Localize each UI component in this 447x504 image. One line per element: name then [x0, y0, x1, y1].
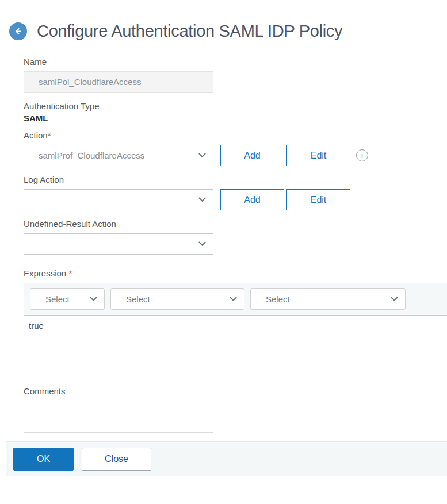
form-panel: Name Authentication Type SAML Action* sa…	[6, 45, 447, 476]
name-input	[24, 71, 213, 93]
action-add-button[interactable]: Add	[220, 145, 284, 166]
log-action-add-button[interactable]: Add	[220, 189, 284, 210]
expression-builder: Select Select Select true	[24, 283, 447, 357]
undefined-result-action-select[interactable]	[24, 233, 213, 255]
page-title: Configure Authentication SAML IDP Policy	[37, 22, 342, 41]
chevron-down-icon	[198, 194, 206, 202]
comments-group: Comments	[24, 386, 447, 435]
log-action-select[interactable]	[24, 189, 213, 210]
close-button[interactable]: Close	[82, 448, 151, 471]
undefined-result-action-group: Undefined-Result Action	[24, 219, 447, 255]
chevron-down-icon	[198, 238, 206, 246]
chevron-down-icon	[198, 150, 206, 157]
expression-select-2-value: Select	[126, 294, 231, 304]
log-action-edit-button[interactable]: Edit	[286, 189, 350, 210]
expression-select-1[interactable]: Select	[30, 288, 105, 310]
auth-type-group: Authentication Type SAML	[24, 101, 447, 123]
page-header: Configure Authentication SAML IDP Policy	[0, 0, 447, 45]
auth-type-label: Authentication Type	[24, 101, 447, 111]
expression-select-2[interactable]: Select	[110, 288, 244, 310]
required-asterisk: *	[68, 268, 72, 278]
auth-type-value: SAML	[24, 113, 447, 123]
comments-label: Comments	[24, 386, 447, 397]
log-action-label: Log Action	[24, 175, 447, 185]
ok-button[interactable]: OK	[13, 448, 74, 471]
action-field-group: Action* samlProf_CloudflareAccess Add Ed…	[24, 130, 447, 166]
expression-select-3-value: Select	[266, 294, 392, 304]
expression-label: Expression *	[24, 268, 447, 279]
arrow-left-icon	[13, 26, 23, 36]
expression-select-3[interactable]: Select	[250, 288, 406, 310]
chevron-down-icon	[90, 294, 97, 301]
undefined-result-action-label: Undefined-Result Action	[24, 219, 447, 229]
chevron-down-icon	[230, 294, 237, 301]
action-select[interactable]: samlProf_CloudflareAccess	[24, 145, 213, 166]
action-select-value: samlProf_CloudflareAccess	[39, 151, 200, 160]
name-label: Name	[24, 57, 447, 67]
expression-select-1-value: Select	[45, 294, 91, 304]
comments-input[interactable]	[24, 401, 213, 433]
expression-input[interactable]: true	[24, 316, 447, 357]
log-action-field-group: Log Action Add Edit	[24, 175, 447, 210]
info-icon[interactable]: i	[356, 149, 368, 161]
action-label: Action*	[24, 130, 447, 141]
action-edit-button[interactable]: Edit	[286, 145, 350, 166]
expression-toolbar: Select Select Select	[24, 283, 447, 316]
expression-label-text: Expression	[24, 268, 66, 278]
expression-group: Expression * Select Select Select	[24, 268, 447, 357]
name-field-group: Name	[24, 57, 447, 93]
form-footer: OK Close	[6, 441, 447, 476]
back-button[interactable]	[9, 22, 27, 40]
chevron-down-icon	[391, 294, 398, 301]
